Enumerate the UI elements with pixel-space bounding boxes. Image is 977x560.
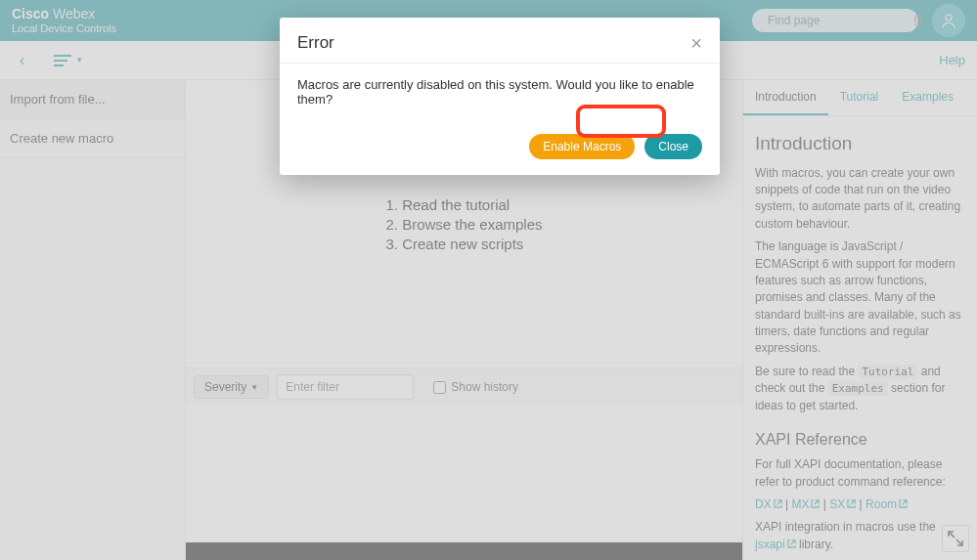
modal-close-x[interactable]: ×	[690, 33, 702, 53]
modal-title: Error	[297, 33, 690, 53]
enable-macros-button[interactable]: Enable Macros	[529, 134, 635, 159]
modal-close-button[interactable]: Close	[644, 134, 702, 159]
modal-body-text: Macros are currently disabled on this sy…	[280, 64, 720, 124]
error-modal: Error × Macros are currently disabled on…	[280, 18, 720, 175]
